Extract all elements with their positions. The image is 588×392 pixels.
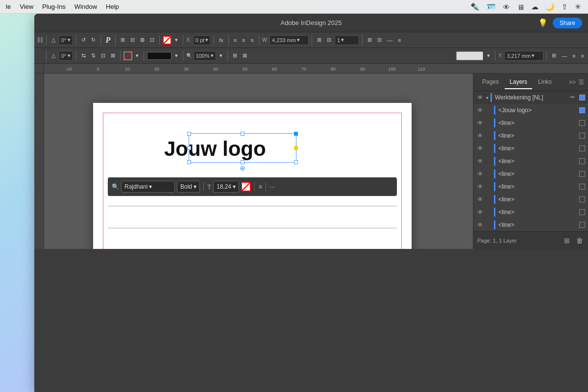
canvas-area[interactable]: Jouw logo ⊕	[44, 74, 473, 249]
align-center-icon[interactable]: ≡	[240, 36, 247, 44]
font-style-dropdown[interactable]: Bold ▾	[177, 181, 200, 193]
layout-icon4[interactable]: ⊡	[148, 36, 156, 44]
layer-name-8[interactable]: <line>	[498, 209, 577, 216]
panel-menu-icon[interactable]: ☰	[579, 79, 584, 86]
swatch-arrow[interactable]: ▾	[173, 51, 180, 60]
color-picker-box[interactable]	[456, 51, 483, 60]
text-more-icon[interactable]: ···	[270, 183, 275, 191]
layer-row-line-4[interactable]: 👁 <line>	[473, 155, 588, 168]
font-dropdown[interactable]: Rajdhani ▾	[121, 181, 175, 193]
layer-row-jouwlogo[interactable]: 👁 <Jouw logo>	[473, 104, 588, 117]
font-color-icon[interactable]	[241, 182, 251, 192]
layer-eye-3[interactable]: 👁	[476, 145, 484, 152]
bulb-icon[interactable]: 💡	[538, 18, 548, 27]
align-left-icon[interactable]: ≡	[232, 36, 239, 44]
layout-icon3[interactable]: ⊠	[138, 36, 147, 44]
grid-icon4[interactable]: ≡	[396, 36, 403, 44]
color-picker-arrow[interactable]: ▾	[485, 51, 492, 60]
layer-expand-icon[interactable]: ▾	[486, 95, 489, 100]
layer-name-7[interactable]: <line>	[498, 196, 577, 203]
layer-row-line-7[interactable]: 👁 <line>	[473, 193, 588, 206]
layer-eye-0[interactable]: 👁	[476, 106, 484, 114]
layer-name-3[interactable]: <line>	[498, 145, 577, 152]
layer-eye-1[interactable]: 👁	[476, 119, 484, 127]
layer-row-parent[interactable]: 👁 ▾ Werktekening [NL] ✏	[473, 91, 588, 104]
delete-layer-icon[interactable]: 🗑	[575, 236, 584, 245]
fill-stroke-icon[interactable]	[123, 51, 132, 60]
row-icon1[interactable]: ⊞	[550, 51, 558, 60]
layout-icon1[interactable]: ⊞	[119, 36, 127, 44]
fill-stroke-arrow[interactable]: ▾	[134, 51, 141, 60]
grid-icon1[interactable]: ⊞	[366, 36, 374, 44]
card-icon[interactable]: 🪪	[487, 2, 496, 11]
layer-row-line-3[interactable]: 👁 <line>	[473, 142, 588, 155]
w-value-input[interactable]: 4,233 mm▾	[270, 35, 309, 45]
layer-eye-4[interactable]: 👁	[476, 157, 484, 165]
bluetooth-icon[interactable]: ✳	[575, 2, 581, 11]
layer-name-0[interactable]: <Jouw logo>	[498, 107, 577, 114]
share-button[interactable]: Share	[553, 18, 582, 28]
menu-item-le[interactable]: le	[6, 3, 11, 10]
grid-icon2[interactable]: ⊟	[375, 36, 384, 44]
wifi-icon[interactable]: ⇧	[562, 2, 568, 11]
flip-h-icon[interactable]: ⇆	[79, 51, 88, 60]
transform-icon[interactable]: ⊡	[99, 51, 107, 60]
text-align-icon[interactable]: ≡	[258, 183, 262, 191]
layer-name-2[interactable]: <line>	[498, 132, 577, 139]
row-icon2[interactable]: —	[560, 52, 569, 60]
panel-more-btn[interactable]: >>	[569, 79, 576, 86]
layout-icon2[interactable]: ⊟	[128, 36, 137, 44]
layer-eye-parent[interactable]: 👁	[476, 94, 484, 101]
menu-item-view[interactable]: View	[20, 3, 33, 10]
pen-icon[interactable]: ✒️	[470, 2, 480, 11]
x-value-input[interactable]: 0 pt▾	[193, 35, 211, 45]
layer-eye-8[interactable]: 👁	[476, 208, 484, 216]
layer-pencil-icon[interactable]: ✏	[570, 94, 577, 101]
type-tool-icon[interactable]: P	[104, 35, 113, 46]
columns-icon2[interactable]: ⊟	[325, 36, 333, 44]
layer-eye-7[interactable]: 👁	[476, 196, 484, 203]
zoom-dropdown[interactable]: 100%▾	[194, 51, 216, 61]
row-icon4[interactable]: ≡	[579, 52, 586, 60]
menu-item-help[interactable]: Help	[106, 3, 119, 10]
layer-eye-2[interactable]: 👁	[476, 132, 484, 140]
moon-icon[interactable]: 🌙	[545, 2, 555, 11]
grid-icon3[interactable]: —	[385, 36, 394, 44]
menu-item-window[interactable]: Window	[74, 3, 97, 10]
rotation1-input[interactable]: 0° ▾	[59, 35, 73, 45]
columns-icon1[interactable]: ⊞	[315, 36, 323, 44]
flip-v-icon[interactable]: ⇅	[89, 51, 98, 60]
view-mode-icon2[interactable]: ⊠	[241, 51, 249, 60]
layer-row-line-6[interactable]: 👁 <line>	[473, 180, 588, 193]
layer-eye-5[interactable]: 👁	[476, 170, 484, 178]
layer-eye-9[interactable]: 👁	[476, 221, 484, 229]
align-right-icon[interactable]: ≡	[249, 36, 256, 44]
tab-pages[interactable]: Pages	[477, 75, 504, 89]
menu-item-plugins[interactable]: Plug-Ins	[42, 3, 66, 10]
layer-eye-6[interactable]: 👁	[476, 183, 484, 191]
transform-icon2[interactable]: ⊠	[109, 51, 117, 60]
zoom-more-icon[interactable]: ▾	[218, 51, 224, 60]
cloud-icon[interactable]: ☁	[531, 2, 539, 11]
layer-parent-name[interactable]: Werktekening [NL]	[495, 94, 568, 101]
rotation2-input[interactable]: 0°▾	[59, 51, 73, 61]
tab-links[interactable]: Links	[533, 75, 557, 89]
layer-row-line-5[interactable]: 👁 <line>	[473, 168, 588, 180]
layer-row-line-1[interactable]: 👁 <line>	[473, 117, 588, 129]
layer-name-4[interactable]: <line>	[498, 158, 577, 165]
fx-btn[interactable]: fx	[217, 36, 225, 44]
redo-icon[interactable]: ↻	[89, 36, 98, 44]
font-size-dropdown[interactable]: 18,24 ▾	[213, 181, 239, 193]
layer-name-1[interactable]: <line>	[498, 120, 577, 126]
row-icon3[interactable]: ≡	[570, 52, 577, 60]
eye-circle-icon[interactable]: 👁	[503, 3, 510, 11]
logo-text[interactable]: Jouw logo	[164, 137, 266, 161]
undo-icon[interactable]: ↺	[79, 36, 88, 44]
y-value-input[interactable]: 3,217 mm▾	[504, 51, 543, 61]
stroke-arrow[interactable]: ▾	[173, 36, 180, 44]
n-value-input[interactable]: 1▾	[335, 35, 359, 45]
view-mode-icon1[interactable]: ⊞	[231, 51, 239, 60]
tab-layers[interactable]: Layers	[505, 75, 532, 89]
layer-row-line-9[interactable]: 👁 <line>	[473, 219, 588, 231]
layer-name-6[interactable]: <line>	[498, 183, 577, 190]
